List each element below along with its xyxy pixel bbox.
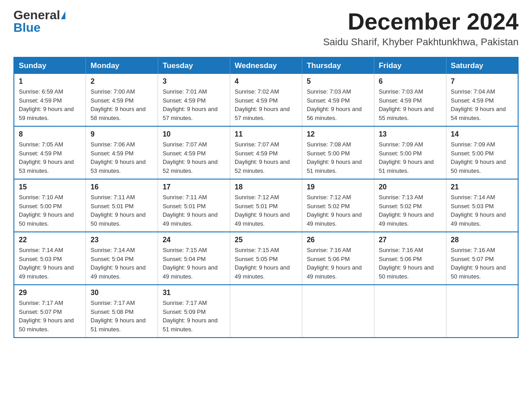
- day-info: Sunrise: 7:17 AMSunset: 5:09 PMDaylight:…: [163, 299, 225, 334]
- day-number: 1: [19, 77, 81, 86]
- day-number: 3: [163, 77, 225, 86]
- day-number: 25: [235, 236, 297, 244]
- calendar-day-cell: [230, 285, 302, 338]
- day-number: 31: [163, 289, 225, 297]
- day-info: Sunrise: 7:16 AMSunset: 5:07 PMDaylight:…: [451, 246, 513, 281]
- day-info: Sunrise: 7:09 AMSunset: 5:00 PMDaylight:…: [451, 140, 513, 175]
- day-number: 4: [235, 77, 297, 86]
- day-number: 17: [163, 183, 225, 191]
- calendar-day-cell: 7Sunrise: 7:04 AMSunset: 4:59 PMDaylight…: [446, 74, 518, 126]
- calendar-day-cell: 1Sunrise: 6:59 AMSunset: 4:59 PMDaylight…: [14, 74, 86, 126]
- calendar-day-cell: 25Sunrise: 7:15 AMSunset: 5:05 PMDayligh…: [230, 232, 302, 285]
- calendar-day-cell: 27Sunrise: 7:16 AMSunset: 5:06 PMDayligh…: [374, 232, 446, 285]
- day-info: Sunrise: 7:02 AMSunset: 4:59 PMDaylight:…: [235, 87, 297, 122]
- day-number: 15: [19, 183, 81, 191]
- day-number: 11: [235, 130, 297, 138]
- calendar-day-cell: [302, 285, 374, 338]
- day-number: 12: [307, 130, 369, 138]
- day-number: 14: [451, 130, 513, 138]
- day-number: 7: [451, 77, 513, 86]
- calendar-day-cell: 9Sunrise: 7:06 AMSunset: 4:59 PMDaylight…: [86, 126, 158, 179]
- calendar-day-cell: 30Sunrise: 7:17 AMSunset: 5:08 PMDayligh…: [86, 285, 158, 338]
- logo-general-text: General: [13, 9, 60, 21]
- calendar-day-cell: 21Sunrise: 7:14 AMSunset: 5:03 PMDayligh…: [446, 179, 518, 232]
- calendar-week-row: 15Sunrise: 7:10 AMSunset: 5:00 PMDayligh…: [14, 179, 518, 232]
- day-info: Sunrise: 7:16 AMSunset: 5:06 PMDaylight:…: [379, 246, 442, 281]
- day-info: Sunrise: 6:59 AMSunset: 4:59 PMDaylight:…: [19, 87, 81, 122]
- weekday-header-monday: Monday: [86, 57, 158, 74]
- day-info: Sunrise: 7:15 AMSunset: 5:05 PMDaylight:…: [235, 246, 297, 281]
- calendar-week-row: 1Sunrise: 6:59 AMSunset: 4:59 PMDaylight…: [14, 74, 518, 126]
- calendar-day-cell: 29Sunrise: 7:17 AMSunset: 5:07 PMDayligh…: [14, 285, 86, 338]
- calendar-day-cell: 8Sunrise: 7:05 AMSunset: 4:59 PMDaylight…: [14, 126, 86, 179]
- day-info: Sunrise: 7:14 AMSunset: 5:03 PMDaylight:…: [19, 246, 81, 281]
- calendar-day-cell: 20Sunrise: 7:13 AMSunset: 5:02 PMDayligh…: [374, 179, 446, 232]
- calendar-day-cell: 15Sunrise: 7:10 AMSunset: 5:00 PMDayligh…: [14, 179, 86, 232]
- calendar-week-row: 8Sunrise: 7:05 AMSunset: 4:59 PMDaylight…: [14, 126, 518, 179]
- calendar-day-cell: 22Sunrise: 7:14 AMSunset: 5:03 PMDayligh…: [14, 232, 86, 285]
- weekday-header-tuesday: Tuesday: [158, 57, 230, 74]
- day-info: Sunrise: 7:05 AMSunset: 4:59 PMDaylight:…: [19, 140, 81, 175]
- weekday-header-wednesday: Wednesday: [230, 57, 302, 74]
- calendar-day-cell: 2Sunrise: 7:00 AMSunset: 4:59 PMDaylight…: [86, 74, 158, 126]
- day-info: Sunrise: 7:12 AMSunset: 5:02 PMDaylight:…: [307, 193, 369, 228]
- day-info: Sunrise: 7:14 AMSunset: 5:04 PMDaylight:…: [90, 246, 153, 281]
- day-info: Sunrise: 7:08 AMSunset: 5:00 PMDaylight:…: [307, 140, 369, 175]
- day-number: 9: [90, 130, 153, 138]
- day-info: Sunrise: 7:10 AMSunset: 5:00 PMDaylight:…: [19, 193, 81, 228]
- weekday-header-row: SundayMondayTuesdayWednesdayThursdayFrid…: [14, 57, 518, 74]
- day-number: 2: [90, 77, 153, 86]
- day-info: Sunrise: 7:07 AMSunset: 4:59 PMDaylight:…: [235, 140, 297, 175]
- day-number: 6: [379, 77, 442, 86]
- day-info: Sunrise: 7:12 AMSunset: 5:01 PMDaylight:…: [235, 193, 297, 228]
- location-subtitle: Saidu Sharif, Khyber Pakhtunkhwa, Pakist…: [323, 36, 519, 48]
- day-info: Sunrise: 7:14 AMSunset: 5:03 PMDaylight:…: [451, 193, 513, 228]
- day-number: 21: [451, 183, 513, 191]
- day-number: 24: [163, 236, 225, 244]
- day-number: 26: [307, 236, 369, 244]
- day-info: Sunrise: 7:17 AMSunset: 5:08 PMDaylight:…: [90, 299, 153, 334]
- day-info: Sunrise: 7:00 AMSunset: 4:59 PMDaylight:…: [90, 87, 153, 122]
- calendar-day-cell: 13Sunrise: 7:09 AMSunset: 5:00 PMDayligh…: [374, 126, 446, 179]
- calendar-day-cell: 11Sunrise: 7:07 AMSunset: 4:59 PMDayligh…: [230, 126, 302, 179]
- day-number: 18: [235, 183, 297, 191]
- calendar-day-cell: 14Sunrise: 7:09 AMSunset: 5:00 PMDayligh…: [446, 126, 518, 179]
- weekday-header-sunday: Sunday: [14, 57, 86, 74]
- day-number: 29: [19, 289, 81, 297]
- calendar-week-row: 29Sunrise: 7:17 AMSunset: 5:07 PMDayligh…: [14, 285, 518, 338]
- calendar-day-cell: 28Sunrise: 7:16 AMSunset: 5:07 PMDayligh…: [446, 232, 518, 285]
- day-number: 20: [379, 183, 442, 191]
- day-info: Sunrise: 7:04 AMSunset: 4:59 PMDaylight:…: [451, 87, 513, 122]
- day-number: 13: [379, 130, 442, 138]
- day-number: 28: [451, 236, 513, 244]
- day-info: Sunrise: 7:13 AMSunset: 5:02 PMDaylight:…: [379, 193, 442, 228]
- month-year-title: December 2024: [323, 9, 519, 34]
- calendar-day-cell: 5Sunrise: 7:03 AMSunset: 4:59 PMDaylight…: [302, 74, 374, 126]
- day-info: Sunrise: 7:03 AMSunset: 4:59 PMDaylight:…: [307, 87, 369, 122]
- calendar-day-cell: 19Sunrise: 7:12 AMSunset: 5:02 PMDayligh…: [302, 179, 374, 232]
- day-info: Sunrise: 7:11 AMSunset: 5:01 PMDaylight:…: [163, 193, 225, 228]
- day-number: 22: [19, 236, 81, 244]
- logo-blue-text: Blue: [13, 21, 41, 34]
- calendar-day-cell: 17Sunrise: 7:11 AMSunset: 5:01 PMDayligh…: [158, 179, 230, 232]
- day-info: Sunrise: 7:01 AMSunset: 4:59 PMDaylight:…: [163, 87, 225, 122]
- calendar-day-cell: 24Sunrise: 7:15 AMSunset: 5:04 PMDayligh…: [158, 232, 230, 285]
- calendar-week-row: 22Sunrise: 7:14 AMSunset: 5:03 PMDayligh…: [14, 232, 518, 285]
- calendar-day-cell: 10Sunrise: 7:07 AMSunset: 4:59 PMDayligh…: [158, 126, 230, 179]
- day-number: 8: [19, 130, 81, 138]
- weekday-header-saturday: Saturday: [446, 57, 518, 74]
- day-number: 5: [307, 77, 369, 86]
- calendar-day-cell: 12Sunrise: 7:08 AMSunset: 5:00 PMDayligh…: [302, 126, 374, 179]
- day-number: 19: [307, 183, 369, 191]
- day-info: Sunrise: 7:03 AMSunset: 4:59 PMDaylight:…: [379, 87, 442, 122]
- calendar-day-cell: 31Sunrise: 7:17 AMSunset: 5:09 PMDayligh…: [158, 285, 230, 338]
- day-info: Sunrise: 7:16 AMSunset: 5:06 PMDaylight:…: [307, 246, 369, 281]
- day-number: 16: [90, 183, 153, 191]
- day-info: Sunrise: 7:11 AMSunset: 5:01 PMDaylight:…: [90, 193, 153, 228]
- page-header: General Blue December 2024 Saidu Sharif,…: [13, 9, 519, 48]
- calendar-day-cell: 16Sunrise: 7:11 AMSunset: 5:01 PMDayligh…: [86, 179, 158, 232]
- day-number: 30: [90, 289, 153, 297]
- day-info: Sunrise: 7:15 AMSunset: 5:04 PMDaylight:…: [163, 246, 225, 281]
- day-number: 10: [163, 130, 225, 138]
- logo-triangle-icon: [61, 11, 65, 19]
